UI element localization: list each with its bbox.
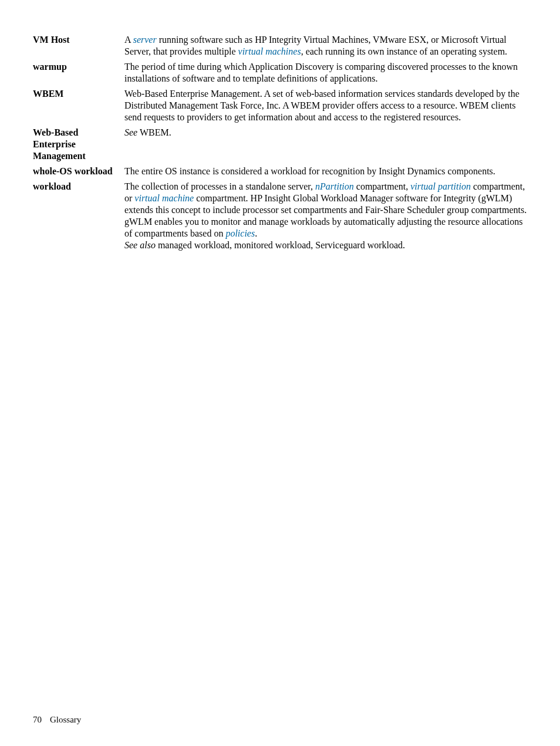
link-virtual-machines[interactable]: virtual machines	[238, 46, 301, 56]
glossary-term: WBEM	[33, 88, 124, 100]
page-number: 70	[33, 715, 50, 725]
link-server[interactable]: server	[133, 35, 157, 45]
see-also-text: managed workload, monitored workload, Se…	[156, 240, 405, 250]
definition-text: , each running its own instance of an op…	[301, 46, 507, 56]
glossary-definition: Web-Based Enterprise Management. A set o…	[124, 88, 527, 123]
glossary-term: warmup	[33, 61, 124, 73]
glossary-entry-workload: workload The collection of processes in …	[33, 181, 527, 251]
glossary-term: workload	[33, 181, 124, 193]
document-page: VM Host A server running software such a…	[0, 0, 560, 746]
glossary-definition: The collection of processes in a standal…	[124, 181, 527, 251]
definition-text: A	[124, 35, 133, 45]
see-also-label: See also	[124, 240, 156, 250]
see-label: See	[124, 127, 137, 137]
glossary-term: VM Host	[33, 34, 124, 46]
glossary-entry-warmup: warmup The period of time during which A…	[33, 61, 527, 85]
link-virtual-machine[interactable]: virtual machine	[134, 193, 194, 203]
footer-section-title: Glossary	[50, 715, 81, 724]
glossary-entry-web-based-em: Web-Based Enterprise Management See WBEM…	[33, 127, 527, 162]
glossary-entry-whole-os: whole-OS workload The entire OS instance…	[33, 166, 527, 177]
glossary-definition: The period of time during which Applicat…	[124, 61, 527, 85]
glossary-term: whole-OS workload	[33, 166, 124, 177]
link-npartition[interactable]: nPartition	[315, 181, 354, 191]
link-policies[interactable]: policies	[225, 228, 255, 238]
glossary-definition: The entire OS instance is considered a w…	[124, 166, 527, 177]
see-target: WBEM.	[137, 127, 171, 137]
definition-text: The collection of processes in a standal…	[124, 181, 315, 191]
definition-text: compartment,	[354, 181, 410, 191]
glossary-term: Web-Based Enterprise Management	[33, 127, 124, 162]
glossary-entries: VM Host A server running software such a…	[33, 34, 527, 251]
glossary-definition: A server running software such as HP Int…	[124, 34, 527, 58]
glossary-entry-wbem: WBEM Web-Based Enterprise Management. A …	[33, 88, 527, 123]
glossary-entry-vm-host: VM Host A server running software such a…	[33, 34, 527, 58]
page-footer: 70Glossary	[33, 715, 81, 725]
glossary-definition: See WBEM.	[124, 127, 527, 139]
link-virtual-partition[interactable]: virtual partition	[410, 181, 471, 191]
definition-text: .	[255, 228, 257, 238]
